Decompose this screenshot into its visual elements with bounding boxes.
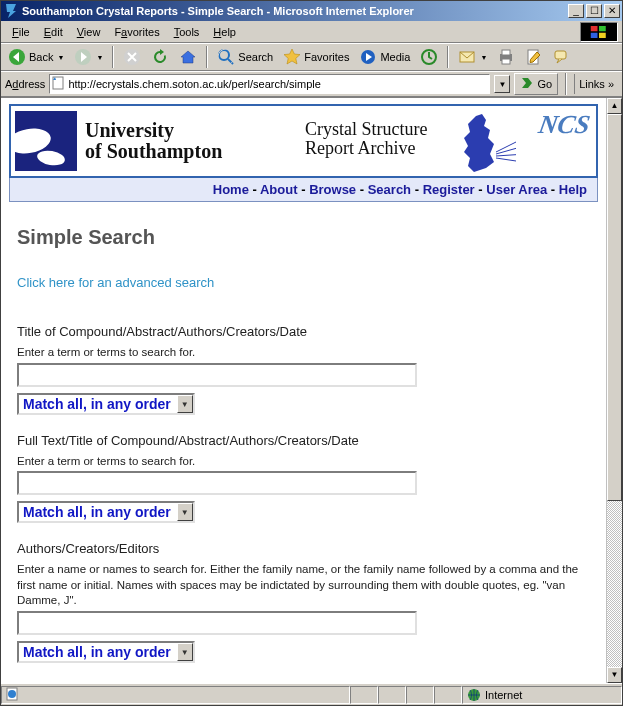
forward-button[interactable]: ▼: [70, 46, 107, 68]
status-pane-2: [378, 686, 406, 704]
links-chevron-icon: »: [608, 78, 614, 90]
field-title-match-value: Match all, in any order: [19, 396, 177, 412]
status-pane-3: [406, 686, 434, 704]
nav-home[interactable]: Home: [213, 182, 249, 197]
field-authors-match-select[interactable]: Match all, in any order ▼: [17, 641, 195, 663]
address-label: Address: [5, 78, 45, 90]
minimize-button[interactable]: _: [568, 4, 584, 18]
ie-page-icon: [6, 687, 20, 703]
status-main: [1, 686, 350, 704]
nav-help[interactable]: Help: [559, 182, 587, 197]
field-title-hint: Enter a term or terms to search for.: [17, 345, 590, 361]
media-button[interactable]: Media: [355, 46, 414, 68]
field-authors-input[interactable]: [17, 611, 417, 635]
field-title: Title of Compound/Abstract/Authors/Creat…: [17, 324, 590, 415]
field-authors-hint: Enter a name or names to search for. Eit…: [17, 562, 590, 609]
menubar: File Edit View Favorites Tools Help: [1, 21, 622, 43]
chevron-down-icon: ▼: [177, 643, 193, 661]
university-logo: University of Southampton: [15, 111, 222, 171]
scroll-down-button[interactable]: ▼: [607, 667, 622, 683]
nav-userarea[interactable]: User Area: [486, 182, 547, 197]
home-icon: [179, 48, 197, 66]
menu-edit[interactable]: Edit: [37, 24, 70, 40]
svg-rect-3: [599, 32, 606, 37]
page-heading: Simple Search: [17, 226, 590, 249]
favorites-label: Favorites: [304, 51, 349, 63]
archive-title: Crystal StructureReport Archive: [305, 120, 427, 158]
go-button[interactable]: Go: [514, 73, 558, 95]
chevron-down-icon: ▼: [177, 503, 193, 521]
refresh-button[interactable]: [147, 46, 173, 68]
field-fulltext-match-value: Match all, in any order: [19, 504, 177, 520]
search-form: Simple Search Click here for an advanced…: [9, 202, 598, 663]
toolbar: Back ▼ ▼: [1, 43, 622, 71]
menu-help[interactable]: Help: [206, 24, 243, 40]
site-banner: University of Southampton Crystal Struct…: [9, 104, 598, 178]
svg-rect-14: [502, 59, 510, 64]
chevron-down-icon: ▼: [177, 395, 193, 413]
favorites-icon: [283, 48, 301, 66]
menu-view[interactable]: View: [70, 24, 108, 40]
mail-button[interactable]: ▼: [454, 46, 491, 68]
window-title: Southampton Crystal Reports - Simple Sea…: [22, 5, 568, 17]
scroll-track[interactable]: [607, 114, 622, 667]
print-button[interactable]: [493, 46, 519, 68]
status-pane-1: [350, 686, 378, 704]
stop-button[interactable]: [119, 46, 145, 68]
menu-file[interactable]: File: [5, 24, 37, 40]
go-icon: [520, 76, 534, 92]
field-fulltext: Full Text/Title of Compound/Abstract/Aut…: [17, 433, 590, 524]
page-content: University of Southampton Crystal Struct…: [1, 98, 606, 683]
dolphin-logo-icon: [15, 111, 77, 171]
address-input[interactable]: [66, 78, 487, 90]
vertical-scrollbar[interactable]: ▲ ▼: [606, 98, 622, 683]
nav-search[interactable]: Search: [368, 182, 411, 197]
search-icon: [217, 48, 235, 66]
maximize-button[interactable]: ☐: [586, 4, 602, 18]
nav-about[interactable]: About: [260, 182, 298, 197]
svg-line-19: [496, 137, 516, 154]
address-input-wrap: [49, 74, 490, 94]
scroll-thumb[interactable]: [607, 114, 622, 501]
links-label[interactable]: Links »: [574, 74, 618, 94]
back-dropdown-icon[interactable]: ▼: [57, 54, 64, 61]
address-dropdown-icon[interactable]: ▼: [494, 75, 510, 93]
university-name: University of Southampton: [85, 120, 222, 162]
nav-register[interactable]: Register: [423, 182, 475, 197]
svg-rect-2: [591, 32, 598, 37]
edit-page-button[interactable]: [521, 46, 547, 68]
menu-tools[interactable]: Tools: [167, 24, 207, 40]
history-button[interactable]: [416, 46, 442, 68]
svg-rect-0: [591, 26, 598, 31]
field-authors-label: Authors/Creators/Editors: [17, 541, 590, 556]
discuss-button[interactable]: [549, 46, 575, 68]
field-title-input[interactable]: [17, 363, 417, 387]
media-label: Media: [380, 51, 410, 63]
advanced-search-link[interactable]: Click here for an advanced search: [17, 275, 214, 290]
field-title-match-select[interactable]: Match all, in any order ▼: [17, 393, 195, 415]
print-icon: [497, 48, 515, 66]
mail-dropdown-icon[interactable]: ▼: [480, 54, 487, 61]
search-button[interactable]: Search: [213, 46, 277, 68]
search-label: Search: [238, 51, 273, 63]
page-icon: [52, 76, 66, 92]
nav-browse[interactable]: Browse: [309, 182, 356, 197]
back-label: Back: [29, 51, 53, 63]
back-button[interactable]: Back ▼: [4, 46, 68, 68]
menu-favorites[interactable]: Favorites: [107, 24, 166, 40]
field-fulltext-label: Full Text/Title of Compound/Abstract/Aut…: [17, 433, 590, 448]
forward-dropdown-icon[interactable]: ▼: [96, 54, 103, 61]
refresh-icon: [151, 48, 169, 66]
ie-app-icon: [3, 3, 19, 19]
field-fulltext-match-select[interactable]: Match all, in any order ▼: [17, 501, 195, 523]
discuss-icon: [553, 48, 571, 66]
status-pane-4: [434, 686, 462, 704]
close-button[interactable]: ✕: [604, 4, 620, 18]
favorites-button[interactable]: Favorites: [279, 46, 353, 68]
home-button[interactable]: [175, 46, 201, 68]
site-nav: Home - About - Browse - Search - Registe…: [9, 178, 598, 202]
field-fulltext-input[interactable]: [17, 471, 417, 495]
svg-rect-16: [555, 51, 566, 59]
statusbar: Internet: [1, 683, 622, 705]
scroll-up-button[interactable]: ▲: [607, 98, 622, 114]
